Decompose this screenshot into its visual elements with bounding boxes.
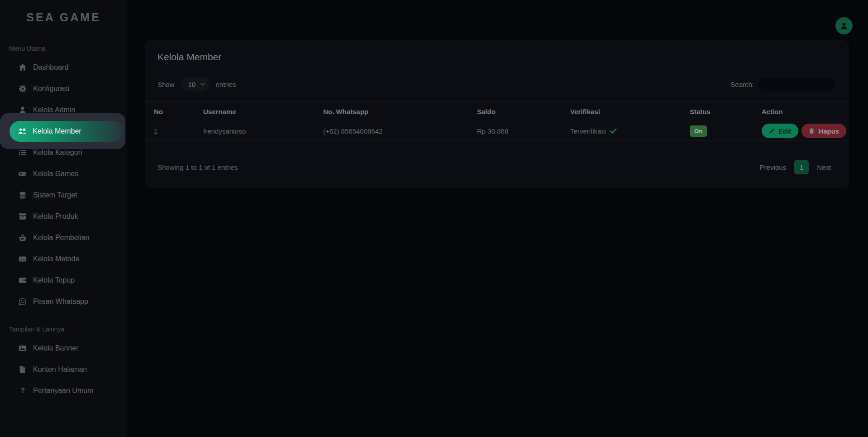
sidebar-item-label: Dashboard — [33, 63, 68, 72]
status-badge: On — [690, 125, 707, 137]
cell-saldo: Rp 30.868 — [477, 121, 570, 141]
next-page-button[interactable]: Next — [817, 163, 831, 171]
app-logo: SEA GAME — [0, 11, 127, 24]
sidebar-item-label: Konfigurasi — [33, 85, 69, 93]
sidebar-section-menu-utama: Menu Utama — [9, 45, 127, 52]
table-header-row: No Username No. Whatsapp Saldo Verifikas… — [145, 102, 849, 121]
file-icon — [18, 365, 27, 374]
verifikasi-text: Terverifikasi — [570, 127, 606, 135]
sidebar-item-kelola-topup[interactable]: Kelola Topup — [0, 269, 127, 291]
image-icon — [18, 344, 27, 352]
sidebar-item-pesan-whatsapp[interactable]: Pesan Whatsapp — [0, 291, 127, 312]
sidebar-item-sistem-target[interactable]: Sistem Target — [0, 184, 127, 206]
sidebar-item-label: Kelola Topup — [33, 276, 75, 284]
sidebar-item-label: Kelola Banner — [33, 344, 79, 352]
cell-whatsapp: (+62) 85654008642 — [323, 121, 477, 141]
members-table: No Username No. Whatsapp Saldo Verifikas… — [145, 101, 849, 141]
entries-select[interactable]: 10 — [181, 77, 210, 91]
column-header-whatsapp[interactable]: No. Whatsapp — [323, 102, 477, 121]
cell-username: frendysantoso — [203, 121, 323, 141]
table-footer: Showing 1 to 1 of 1 entries Previous 1 N… — [145, 160, 849, 174]
sidebar-item-label: Kelola Member — [33, 127, 81, 135]
users-icon — [18, 127, 27, 135]
search-input[interactable] — [758, 77, 835, 91]
basket-icon — [18, 233, 27, 242]
sidebar-item-label: Kelola Games — [33, 170, 79, 178]
active-menu-pill: Kelola Member — [10, 121, 123, 142]
hapus-button[interactable]: Hapus — [801, 124, 846, 138]
home-icon — [18, 63, 27, 72]
previous-page-button[interactable]: Previous — [760, 163, 786, 171]
profile-avatar-button[interactable] — [835, 17, 853, 34]
trash-icon — [809, 128, 815, 134]
search-label: Search: — [730, 81, 754, 88]
sidebar-item-label: Kelola Metode — [33, 255, 79, 263]
sidebar-item-kelola-metode[interactable]: Kelola Metode — [0, 248, 127, 269]
page-title: Kelola Member — [145, 40, 849, 62]
column-header-username[interactable]: Username — [203, 102, 323, 121]
sidebar-item-kelola-produk[interactable]: Kelola Produk — [0, 206, 127, 227]
column-header-saldo[interactable]: Saldo — [477, 102, 570, 121]
gear-icon — [18, 84, 27, 93]
wallet-icon — [18, 276, 27, 284]
showing-entries-info: Showing 1 to 1 of 1 entries — [157, 163, 238, 171]
sidebar-section-tampilan: Tampilan & Lainnya — [9, 326, 127, 333]
table-row: 1 frendysantoso (+62) 85654008642 Rp 30.… — [145, 121, 849, 141]
table-controls: Show 10 entries Search: — [145, 77, 849, 91]
check-icon — [610, 128, 617, 134]
cell-verifikasi: Terverifikasi — [570, 121, 690, 141]
cell-action: Edit Hapus — [762, 121, 849, 141]
edit-button-label: Edit — [778, 127, 791, 135]
user-avatar-icon — [839, 21, 849, 30]
sidebar-item-label: Pesan Whatsapp — [33, 298, 88, 306]
entries-label: entries — [216, 81, 236, 88]
page: SEA GAME Menu Utama Dashboard Konfiguras… — [0, 0, 868, 437]
cell-no: 1 — [145, 121, 203, 141]
chevron-down-icon — [200, 83, 205, 86]
column-header-action[interactable]: Action — [762, 102, 849, 121]
entries-select-value: 10 — [188, 81, 196, 88]
sidebar-menu: Dashboard Konfigurasi Kelola Admin — [0, 57, 127, 312]
sidebar-item-label: Pertanyaan Umum — [33, 387, 93, 395]
show-label: Show — [157, 81, 175, 88]
sidebar-item-dashboard[interactable]: Dashboard — [0, 57, 127, 78]
sidebar-item-konten-halaman[interactable]: Konten Halaman — [0, 359, 127, 380]
question-icon: ? — [18, 386, 27, 395]
sidebar-item-kelola-banner[interactable]: Kelola Banner — [0, 337, 127, 359]
sidebar-item-konfigurasi[interactable]: Konfigurasi — [0, 78, 127, 99]
sidebar-item-pertanyaan-umum[interactable]: ? Pertanyaan Umum — [0, 380, 127, 401]
sidebar-item-kelola-member[interactable]: Kelola Member — [0, 120, 127, 142]
pencil-icon — [769, 128, 775, 134]
list-icon — [18, 148, 27, 157]
column-header-verifikasi[interactable]: Verifikasi — [570, 102, 690, 121]
whatsapp-icon — [18, 297, 27, 306]
kelola-member-card: Kelola Member Show 10 entries Search: No… — [145, 40, 849, 188]
sidebar-item-label: Kelola Kategori — [33, 149, 82, 157]
sidebar-item-kelola-games[interactable]: Kelola Games — [0, 163, 127, 184]
gamepad-icon — [18, 169, 27, 178]
sidebar-item-kelola-pembelian[interactable]: Kelola Pembelian — [0, 227, 127, 248]
cell-status: On — [690, 121, 762, 141]
column-header-no[interactable]: No — [145, 102, 203, 121]
edit-button[interactable]: Edit — [762, 124, 798, 138]
box-icon — [18, 212, 27, 221]
pagination: Previous 1 Next — [760, 160, 831, 174]
sidebar-item-label: Sistem Target — [33, 191, 77, 199]
svg-text:?: ? — [20, 387, 25, 394]
column-header-status[interactable]: Status — [690, 102, 762, 121]
credit-card-icon — [18, 255, 27, 263]
sidebar-item-label: Kelola Produk — [33, 212, 78, 221]
database-icon — [18, 191, 27, 199]
sidebar-item-label: Kelola Pembelian — [33, 234, 90, 242]
current-page-button[interactable]: 1 — [794, 160, 809, 174]
sidebar-item-label: Konten Halaman — [33, 365, 87, 374]
sidebar: SEA GAME Menu Utama Dashboard Konfiguras… — [0, 0, 127, 437]
hapus-button-label: Hapus — [818, 127, 839, 135]
sidebar-menu-secondary: Kelola Banner Konten Halaman ? Pertanyaa… — [0, 337, 127, 401]
sidebar-item-label: Kelola Admin — [33, 106, 75, 114]
